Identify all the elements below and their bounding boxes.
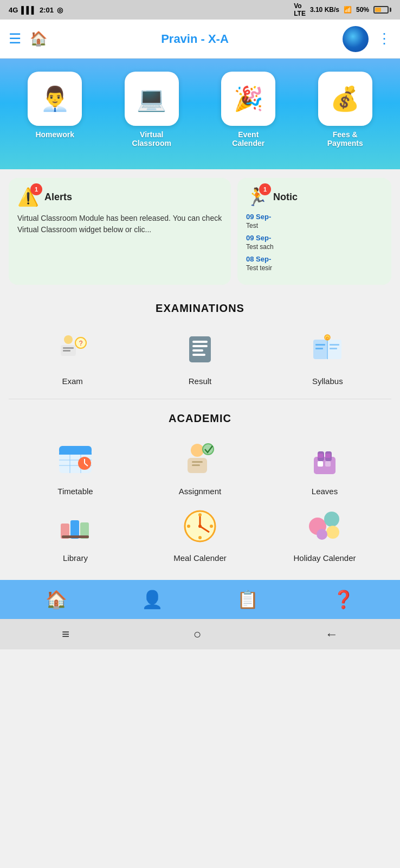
virtual-classroom-icon-box: 💻 — [125, 72, 179, 126]
timetable-icon — [54, 438, 97, 481]
system-nav: ≡ ○ ← — [0, 619, 400, 649]
app-header: ☰ 🏠 Pravin - X-A ⋮ — [0, 20, 400, 59]
result-svg — [184, 333, 216, 366]
event-calender-icon-box: 🎉 — [221, 72, 275, 126]
library-label: Library — [63, 553, 88, 563]
more-button[interactable]: ⋮ — [377, 30, 391, 47]
academic-item-holiday-calender[interactable]: Holiday Calender — [267, 505, 383, 563]
quick-item-virtual-classroom[interactable]: 💻 VirtualClassroom — [125, 72, 179, 148]
svg-point-52 — [198, 536, 202, 539]
nav-home-icon: 🏠 — [46, 589, 67, 610]
quick-item-homework[interactable]: 👨‍💼 Homework — [28, 72, 82, 148]
notice-text-3: Test tesir — [246, 264, 383, 272]
meal-calender-icon — [178, 505, 222, 548]
svg-rect-40 — [325, 461, 331, 467]
academic-section: ACADEMIC Timetable — [0, 404, 400, 576]
svg-text:?: ? — [79, 340, 82, 347]
home-button[interactable]: 🏠 — [30, 30, 47, 47]
notice-card[interactable]: 🏃 1 Notic 09 Sep- Test 09 Sep- Test sach… — [237, 178, 391, 285]
alert-icon-wrap: ⚠️ 1 — [17, 187, 39, 207]
wifi-icon: 📶 — [344, 6, 352, 14]
library-icon — [54, 505, 97, 548]
examinations-title: EXAMINATIONS — [9, 302, 391, 315]
blue-banner: 👨‍💼 Homework 💻 VirtualClassroom 🎉 EventC… — [0, 59, 400, 169]
svg-point-0 — [64, 335, 73, 344]
svg-rect-3 — [63, 350, 70, 352]
system-back-button[interactable]: ← — [325, 627, 338, 642]
nav-profile[interactable]: 👤 — [133, 585, 172, 614]
exam-item-result[interactable]: Result — [173, 328, 227, 386]
svg-rect-42 — [325, 454, 331, 458]
academic-item-library[interactable]: Library — [17, 505, 133, 563]
status-right: VoLTE 3.10 KB/s 📶 50% — [294, 2, 391, 17]
alert-badge: 1 — [30, 183, 42, 195]
svg-point-35 — [203, 444, 214, 455]
svg-rect-46 — [62, 535, 89, 538]
status-left: 4G ▌▌▌ 2:01 ◎ — [9, 6, 63, 14]
svg-text:0: 0 — [326, 336, 329, 341]
examinations-section: EXAMINATIONS ? Exam — [0, 293, 400, 399]
academic-item-timetable[interactable]: Timetable — [17, 438, 133, 496]
academic-grid: Timetable Assignment — [9, 433, 391, 571]
exam-item-exam[interactable]: ? Exam — [46, 328, 100, 386]
battery-percent: 50% — [356, 6, 369, 14]
page-title: Pravin - X-A — [56, 32, 334, 46]
nav-profile-icon: 👤 — [141, 589, 163, 610]
system-home-button[interactable]: ○ — [193, 627, 202, 642]
svg-rect-33 — [192, 461, 203, 463]
notice-title: Notic — [273, 192, 298, 203]
academic-title: ACADEMIC — [9, 412, 391, 425]
exam-svg: ? — [56, 333, 89, 366]
exam-item-syllabus[interactable]: 0 Syllabus — [300, 328, 354, 386]
notice-date-2: 09 Sep- — [246, 234, 383, 242]
notice-date-3: 08 Sep- — [246, 255, 383, 263]
holiday-calender-icon — [303, 505, 346, 548]
leaves-label: Leaves — [312, 487, 338, 496]
notice-header: 🏃 1 Notic — [246, 187, 383, 207]
svg-point-58 — [317, 529, 327, 540]
alert-text: Virtual Classroom Module has been releas… — [17, 213, 222, 235]
system-menu-button[interactable]: ≡ — [62, 627, 69, 642]
svg-point-56 — [324, 512, 339, 527]
result-icon — [178, 328, 222, 371]
event-calender-label: EventCalender — [232, 130, 264, 148]
time-display: 2:01 — [40, 6, 54, 14]
menu-button[interactable]: ☰ — [9, 30, 21, 47]
svg-rect-15 — [315, 344, 325, 346]
svg-rect-23 — [59, 452, 92, 455]
academic-item-assignment[interactable]: Assignment — [142, 438, 258, 496]
assignment-icon — [178, 438, 222, 481]
fees-payments-label: Fees &Payments — [327, 130, 363, 148]
svg-point-31 — [191, 444, 204, 457]
quick-item-fees-payments[interactable]: 💰 Fees &Payments — [318, 72, 372, 148]
academic-item-leaves[interactable]: Leaves — [267, 438, 383, 496]
notice-item-2: 09 Sep- Test sach — [246, 234, 383, 251]
signal-bars: ▌▌▌ — [21, 6, 36, 14]
academic-item-meal-calender[interactable]: Meal Calender — [142, 505, 258, 563]
alert-card[interactable]: ⚠️ 1 Alerts Virtual Classroom Module has… — [9, 178, 231, 285]
svg-rect-16 — [315, 348, 323, 349]
avatar[interactable] — [343, 26, 369, 52]
nav-home[interactable]: 🏠 — [37, 585, 76, 614]
virtual-classroom-label: VirtualClassroom — [132, 130, 171, 148]
svg-rect-39 — [318, 461, 323, 467]
notice-text-1: Test — [246, 222, 383, 229]
notice-icon-wrap: 🏃 1 — [246, 187, 268, 207]
svg-rect-18 — [330, 348, 337, 349]
lte-label: VoLTE — [294, 2, 306, 17]
alert-header: ⚠️ 1 Alerts — [17, 187, 222, 207]
svg-point-50 — [198, 525, 202, 528]
notice-badge: 1 — [259, 183, 271, 195]
svg-point-53 — [187, 525, 190, 528]
syllabus-label: Syllabus — [312, 376, 343, 386]
nav-activity[interactable]: 📋 — [228, 585, 267, 614]
svg-rect-8 — [192, 345, 208, 347]
quick-item-event-calender[interactable]: 🎉 EventCalender — [221, 72, 275, 148]
result-label: Result — [189, 376, 212, 386]
nav-help[interactable]: ❓ — [324, 585, 363, 614]
homework-label: Homework — [35, 130, 74, 139]
bottom-nav: 🏠 👤 📋 ❓ — [0, 580, 400, 619]
exam-grid: ? Exam Result — [9, 323, 391, 394]
notice-date-1: 09 Sep- — [246, 213, 383, 221]
notice-list: 09 Sep- Test 09 Sep- Test sach 08 Sep- T… — [246, 213, 383, 272]
